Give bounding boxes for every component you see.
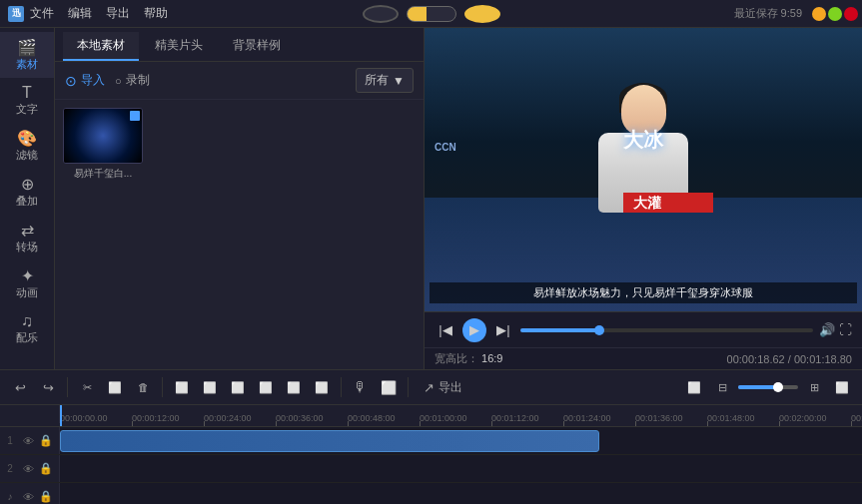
export-button[interactable]: ↗ 导出 — [416, 376, 470, 399]
fullscreen-icon[interactable]: ⛶ — [839, 322, 852, 337]
track-controls-video: 1 👁 🔒 — [0, 427, 60, 454]
track-eye-icon-1[interactable]: 👁 — [21, 434, 35, 448]
speaker-right — [464, 5, 500, 23]
sidebar-item-animation[interactable]: ✦ 动画 — [0, 260, 54, 306]
media-thumbnail[interactable]: 易烊千玺白... — [63, 108, 143, 181]
app-icon: 迅 — [8, 6, 24, 22]
menu-help[interactable]: 帮助 — [144, 5, 168, 22]
ruler-mark: 00:00:12:00 — [132, 413, 204, 423]
ruler-mark: 00:01:24:00 — [563, 413, 635, 423]
record-button[interactable]: ○ 录制 — [115, 72, 150, 89]
merge-button[interactable]: ⬜ — [198, 375, 222, 399]
filter-label: 所有 — [365, 72, 389, 89]
menu-export[interactable]: 导出 — [106, 5, 130, 22]
cut-button[interactable]: ✂ — [75, 375, 99, 399]
track-lock-icon-3[interactable]: 🔒 — [39, 490, 53, 504]
play-button[interactable]: ▶ — [462, 318, 486, 342]
ruler-mark: 00:00:48:00 — [348, 413, 420, 423]
time-display: 00:00:18.62 / 00:01:18.80 — [727, 353, 852, 365]
track-content-video2[interactable] — [60, 455, 862, 482]
timeline-settings-button[interactable]: ⬜ — [830, 375, 854, 399]
separator-1 — [67, 377, 68, 397]
media-panel: 本地素材 精美片头 背景样例 ⊙ 导入 ○ 录制 所有 ▼ — [55, 28, 425, 369]
zoom-fit-button[interactable]: ⬜ — [682, 375, 706, 399]
copy-button[interactable]: ⬜ — [103, 375, 127, 399]
filter-dropdown[interactable]: 所有 ▼ — [356, 68, 414, 93]
progress-bar[interactable] — [520, 328, 813, 332]
export-label: 导出 — [438, 379, 462, 396]
crop-button[interactable]: ⬜ — [226, 375, 250, 399]
ruler-mark: 00:00:24:00 — [204, 413, 276, 423]
chevron-down-icon: ▼ — [393, 74, 405, 88]
sidebar-item-music[interactable]: ♫ 配乐 — [0, 306, 54, 351]
track-eye-icon-3[interactable]: 👁 — [21, 490, 35, 504]
tab-local-media[interactable]: 本地素材 — [63, 32, 139, 61]
sidebar: 🎬 素材 T 文字 🎨 滤镜 ⊕ 叠加 ⇄ 转场 ✦ 动画 ♫ 配乐 — [0, 28, 55, 369]
flip-button[interactable]: ⬜ — [310, 375, 334, 399]
delete-button[interactable]: 🗑 — [131, 375, 155, 399]
title-bar: 迅 文件 编辑 导出 帮助 最近保存 9:59 − □ × — [0, 0, 862, 28]
ruler-mark: 00:02:12:00 — [851, 413, 862, 423]
progress-fill — [520, 328, 599, 332]
minimize-button[interactable]: − — [812, 7, 826, 21]
menu-edit[interactable]: 编辑 — [68, 5, 92, 22]
zoom-out-button[interactable]: ⊟ — [710, 375, 734, 399]
track-music-icon: ♪ — [3, 490, 17, 504]
redo-button[interactable]: ↪ — [36, 375, 60, 399]
speed-button[interactable]: ⬜ — [254, 375, 278, 399]
split-button[interactable]: ⬜ — [170, 375, 194, 399]
menu-file[interactable]: 文件 — [30, 5, 54, 22]
sidebar-item-overlay[interactable]: ⊕ 叠加 — [0, 169, 54, 215]
sidebar-item-text[interactable]: T 文字 — [0, 78, 54, 123]
media-toolbar: ⊙ 导入 ○ 录制 所有 ▼ — [55, 62, 424, 100]
step-back-button[interactable]: |◀ — [434, 319, 456, 341]
menu-bar: 文件 编辑 导出 帮助 — [30, 5, 168, 22]
subtitle-bar: 易烊鲜放冰场魅力，只见易烊千玺身穿冰球服 — [430, 282, 857, 303]
track-row-audio: ♪ 👁 🔒 — [0, 483, 862, 504]
video-clip[interactable] — [60, 430, 599, 452]
separator-4 — [408, 377, 409, 397]
sidebar-item-filter[interactable]: 🎨 滤镜 — [0, 123, 54, 169]
tab-backgrounds[interactable]: 背景样例 — [219, 32, 295, 61]
import-icon: ⊙ — [65, 73, 77, 89]
undo-button[interactable]: ↩ — [8, 375, 32, 399]
volume-indicator — [407, 6, 456, 22]
ruler-mark: 00:01:12:00 — [491, 413, 563, 423]
rotate-button[interactable]: ⬜ — [282, 375, 306, 399]
ruler-mark: 00:00:00.00 — [60, 413, 132, 423]
title-center — [363, 5, 500, 23]
media-content: 易烊千玺白... — [55, 100, 424, 369]
track-content-video[interactable] — [60, 427, 862, 454]
track-eye-icon-2[interactable]: 👁 — [21, 462, 35, 476]
step-forward-button[interactable]: ▶| — [492, 319, 514, 341]
preview-video: 大灌 CCN 大冰 易烊鲜放冰场魅力，只见易烊千玺身穿冰球服 — [425, 28, 862, 311]
preview-info: 宽高比： 16:9 00:00:18.62 / 00:01:18.80 — [425, 347, 862, 369]
progress-handle[interactable] — [594, 325, 604, 335]
sidebar-item-transition[interactable]: ⇄ 转场 — [0, 215, 54, 260]
maximize-button[interactable]: □ — [828, 7, 842, 21]
volume-icon[interactable]: 🔊 — [819, 322, 835, 337]
sidebar-item-media[interactable]: 🎬 素材 — [0, 32, 54, 78]
ruler-mark: 00:01:36:00 — [635, 413, 707, 423]
ruler-mark: 00:01:48:00 — [707, 413, 779, 423]
mic-button[interactable]: ⬜ — [377, 375, 401, 399]
close-button[interactable]: × — [844, 7, 858, 21]
window-controls: − □ × — [812, 7, 858, 21]
aspect-ratio-label: 宽高比： 16:9 — [434, 351, 502, 366]
track-controls-video2: 2 👁 🔒 — [0, 455, 60, 482]
record-audio-button[interactable]: 🎙 — [349, 375, 373, 399]
corner-mark — [130, 111, 140, 121]
track-lock-icon-2[interactable]: 🔒 — [39, 462, 53, 476]
track-row-video: 1 👁 🔒 — [0, 427, 862, 455]
track-content-audio[interactable] — [60, 483, 862, 504]
volume-area: 🔊 ⛶ — [819, 322, 852, 337]
preview-controls: |◀ ▶ ▶| 🔊 ⛶ — [425, 311, 862, 347]
track-row-video2: 2 👁 🔒 — [0, 455, 862, 483]
import-button[interactable]: ⊙ 导入 — [65, 72, 105, 89]
import-label: 导入 — [81, 72, 105, 89]
tab-featured[interactable]: 精美片头 — [141, 32, 217, 61]
track-lock-icon-1[interactable]: 🔒 — [39, 434, 53, 448]
save-info: 最近保存 9:59 — [734, 6, 802, 21]
ruler-mark: 00:01:00:00 — [420, 413, 491, 423]
zoom-in-button[interactable]: ⊞ — [802, 375, 826, 399]
